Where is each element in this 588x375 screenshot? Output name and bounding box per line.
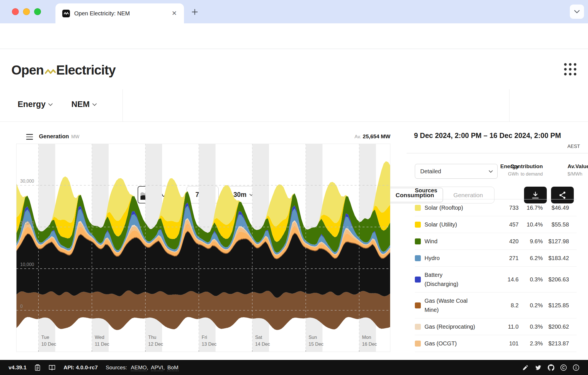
svg-text:11 Dec: 11 Dec [95, 341, 109, 347]
svg-text:0: 0 [20, 304, 23, 309]
svg-text:10 Dec: 10 Dec [41, 341, 56, 347]
docs-icon[interactable] [49, 364, 55, 371]
source-row[interactable]: Gas (Waste Coal Mine)8.20.2%$125.85 [415, 292, 577, 318]
generation-chart[interactable]: Tue10 DecWed11 DecThu12 DecFri13 DecSat1… [16, 144, 390, 352]
chart-menu-icon[interactable] [26, 134, 33, 140]
source-label: Gas (Reciprocating) [425, 322, 477, 331]
generation-tab[interactable]: Generation [443, 192, 493, 199]
source-swatch [415, 324, 421, 330]
download-icon [531, 191, 540, 199]
svg-text:13 Dec: 13 Dec [202, 341, 216, 347]
share-icon [558, 191, 567, 199]
source-av-value: $125.85 [543, 302, 569, 309]
region-select[interactable]: NEM [71, 100, 96, 109]
source-swatch [415, 302, 421, 308]
chart-header: GenerationMW Av.25,654 MW [16, 131, 390, 143]
source-av-value: $55.58 [543, 221, 569, 228]
svg-text:Sun: Sun [309, 335, 317, 340]
source-link-bom[interactable]: BoM [167, 364, 178, 371]
twitter-icon[interactable] [535, 364, 542, 371]
svg-text:Mon: Mon [362, 335, 371, 340]
average-value: 25,654 MW [363, 133, 390, 139]
chart-average: Av.25,654 MW [355, 133, 390, 140]
source-energy: 11.0 [477, 324, 519, 330]
source-contribution: 2.3% [519, 340, 543, 347]
source-label: Hydro [425, 254, 477, 263]
source-av-value: $46.49 [543, 205, 569, 211]
source-energy: 101 [477, 340, 519, 347]
source-row[interactable]: Gas (OCGT)1012.3%$213.87 [415, 335, 577, 352]
changelog-icon[interactable] [34, 364, 41, 371]
window-zoom-button[interactable] [34, 8, 41, 15]
sources-heading: Sources [415, 187, 437, 194]
source-energy: 733 [477, 205, 519, 211]
svg-text:Sat: Sat [255, 335, 262, 340]
chevron-down-icon [48, 101, 53, 106]
svg-text:Thu: Thu [148, 335, 156, 340]
source-contribution: 6.2% [519, 255, 543, 261]
source-av-value: $213.87 [543, 340, 569, 347]
api-version-label: API: 4.0.0-rc7 [63, 364, 98, 371]
source-contribution: 9.6% [519, 238, 543, 245]
source-label: Gas (OCGT) [425, 339, 477, 348]
copyright-icon[interactable] [560, 364, 567, 371]
source-row[interactable]: Solar (Utility)45710.4%$55.58 [415, 216, 577, 233]
site-favicon [62, 10, 70, 17]
github-icon[interactable] [548, 364, 554, 371]
svg-text:Tue: Tue [41, 335, 49, 340]
date-range-title: 9 Dec 2024, 2:00 PM – 16 Dec 2024, 2:00 … [414, 131, 561, 140]
source-label: Wind [425, 237, 477, 246]
svg-text:15 Dec: 15 Dec [309, 341, 323, 347]
source-av-value: $200.62 [543, 324, 569, 330]
chevron-down-icon [92, 101, 97, 106]
source-row[interactable]: Hydro2716.2%$183.42 [415, 250, 577, 267]
source-row[interactable]: Battery (Discharging)14.60.3%$206.63 [415, 267, 577, 292]
site-footer: v4.39.1 API: 4.0.0-rc7 Sources: AEMO, AP… [0, 360, 588, 375]
logo-zigzag-icon [45, 63, 56, 79]
svg-text:20,000: 20,000 [20, 221, 34, 225]
tab-close-icon[interactable]: ✕ [170, 9, 178, 17]
logo-electricity-text: Electricity [56, 62, 116, 78]
window-minimize-button[interactable] [23, 8, 30, 15]
source-swatch [415, 255, 421, 261]
source-energy: 271 [477, 255, 519, 261]
svg-text:10,000: 10,000 [20, 262, 34, 267]
source-swatch [415, 277, 421, 283]
metric-select[interactable]: Energy [18, 100, 52, 109]
browser-tab-strip: Open Electricity: NEM ✕ [0, 0, 588, 23]
svg-text:Fri: Fri [202, 335, 207, 340]
controls-bar: Energy NEM 7D 30m Consumption [0, 89, 588, 121]
browser-tab[interactable]: Open Electricity: NEM ✕ [55, 3, 184, 23]
source-link-aemo[interactable]: AEMO [131, 364, 147, 371]
svg-text:12 Dec: 12 Dec [148, 341, 163, 347]
source-row[interactable]: Wind4209.6%$127.98 [415, 233, 577, 250]
source-av-value: $183.42 [543, 255, 569, 261]
sources-table: Solar (Rooftop)73316.7%$46.49Solar (Util… [415, 199, 577, 352]
source-label: Solar (Utility) [425, 220, 477, 229]
apps-grid-icon[interactable] [564, 63, 577, 76]
site-header: Open Electricity [0, 49, 588, 89]
svg-text:14 Dec: 14 Dec [255, 341, 270, 347]
chart-unit: MW [71, 134, 79, 139]
browser-toolbar: explore.openelectricity.org.au/energy/ne… [0, 23, 588, 49]
tab-title: Open Electricity: NEM [74, 10, 170, 17]
source-link-apvi[interactable]: APVI [151, 364, 163, 371]
source-swatch [415, 238, 421, 244]
new-tab-button[interactable] [190, 7, 200, 17]
source-energy: 457 [477, 221, 519, 228]
source-row[interactable]: Solar (Rooftop)73316.7%$46.49 [415, 199, 577, 216]
pen-icon[interactable] [522, 364, 529, 371]
svg-text:30,000: 30,000 [20, 179, 34, 184]
tab-search-button[interactable] [570, 5, 584, 19]
source-row[interactable]: Gas (Reciprocating)11.00.3%$200.62 [415, 318, 577, 335]
source-swatch [415, 222, 421, 228]
site-logo[interactable]: Open Electricity [11, 61, 115, 79]
detail-view-label: Detailed [420, 168, 441, 175]
info-icon[interactable] [573, 364, 579, 371]
source-contribution: 0.2% [519, 302, 543, 309]
window-close-button[interactable] [12, 8, 19, 15]
version-label: v4.39.1 [9, 364, 26, 371]
sources-prefix: Sources: [106, 364, 127, 370]
svg-text:Wed: Wed [95, 335, 104, 340]
source-swatch [415, 341, 421, 347]
